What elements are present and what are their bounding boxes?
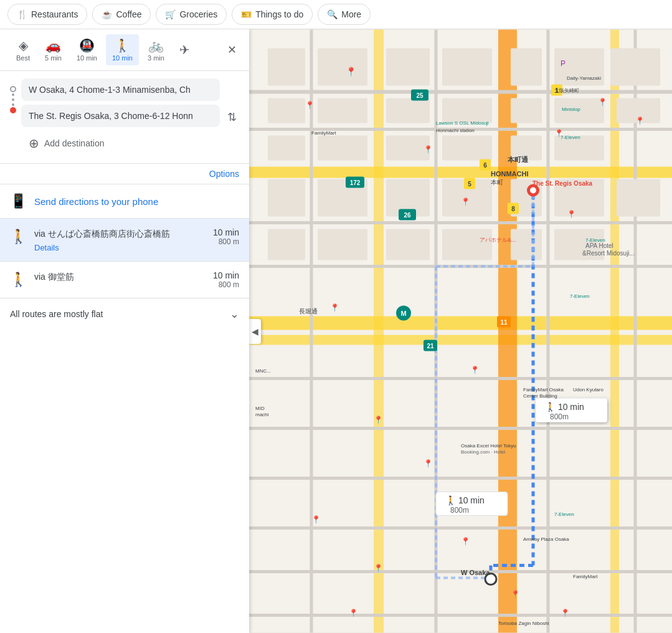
route-option-2[interactable]: 🚶 via 御堂筋 10 min 800 m xyxy=(0,262,249,298)
svg-text:📍: 📍 xyxy=(470,365,480,374)
best-icon: ◈ xyxy=(19,38,28,53)
svg-rect-32 xyxy=(442,98,492,123)
transport-plane[interactable]: ✈ xyxy=(173,39,196,61)
svg-rect-29 xyxy=(268,98,305,123)
svg-rect-39 xyxy=(442,136,492,161)
transport-walk[interactable]: 🚶 10 min xyxy=(106,34,139,65)
plane-icon: ✈ xyxy=(179,42,190,57)
swap-button[interactable]: ⇅ xyxy=(225,108,239,126)
svg-rect-49 xyxy=(268,229,305,260)
transport-best-label: Best xyxy=(16,54,30,62)
svg-text:The St. Regis Osaka: The St. Regis Osaka xyxy=(532,180,593,187)
svg-text:11: 11 xyxy=(500,319,508,326)
svg-rect-26 xyxy=(511,49,542,86)
svg-text:🚶 10 min: 🚶 10 min xyxy=(445,495,485,506)
route-option-1[interactable]: 🚶 via せんば心斎橋筋商店街心斎橋筋 Details 10 min 800 … xyxy=(0,219,249,262)
transport-car[interactable]: 🚗 5 min xyxy=(39,34,68,65)
svg-rect-28 xyxy=(610,49,660,86)
svg-text:Amway Plaza Osaka: Amway Plaza Osaka xyxy=(523,536,569,542)
main-content: ◈ Best 🚗 5 min 🚇 10 min 🚶 10 min 🚲 3 min… xyxy=(0,29,672,633)
transport-bike[interactable]: 🚲 3 min xyxy=(141,34,171,65)
destination-dot xyxy=(10,107,16,113)
add-destination-label: Add destination xyxy=(44,138,105,148)
svg-text:7-Eleven: 7-Eleven xyxy=(554,512,574,517)
search-icon: 🔍 xyxy=(327,9,338,19)
send-directions-label: Send directions to your phone xyxy=(34,196,158,207)
nav-pill-coffee[interactable]: ☕ Coffee xyxy=(92,4,151,25)
svg-text:8: 8 xyxy=(511,206,515,212)
route2-distance: 800 m xyxy=(213,280,239,289)
inputs-column: ⊕ Add destination xyxy=(21,79,220,156)
svg-rect-6 xyxy=(374,30,384,633)
svg-text:Booking.com · Hotel: Booking.com · Hotel xyxy=(461,449,506,455)
routes-flat-label: All routes are mostly flat xyxy=(10,309,103,319)
svg-text:本町: 本町 xyxy=(491,179,503,186)
nav-pill-more[interactable]: 🔍 More xyxy=(318,4,371,25)
svg-text:大阪矢崎町: 大阪矢崎町 xyxy=(554,88,579,93)
origin-dot xyxy=(10,86,16,92)
car-icon: 🚗 xyxy=(45,38,61,53)
routes-flat[interactable]: All routes are mostly flat ⌄ xyxy=(0,298,249,330)
route2-via: via 御堂筋 xyxy=(34,270,206,283)
send-directions[interactable]: 📱 Send directions to your phone xyxy=(0,184,249,219)
svg-text:Torisoba Zagin Niboshi: Torisoba Zagin Niboshi xyxy=(498,621,549,626)
route1-time: 10 min xyxy=(213,227,239,237)
transport-walk-label: 10 min xyxy=(112,54,133,62)
svg-text:Daily-Yamazaki: Daily-Yamazaki xyxy=(567,75,601,81)
map-area[interactable]: 本町通 長堀通 25 26 172 1 5 6 8 11 21 HONMACHI xyxy=(249,29,672,633)
svg-text:📍: 📍 xyxy=(598,97,607,107)
route2-info: via 御堂筋 xyxy=(34,270,206,283)
walk-icon: 🚶 xyxy=(115,38,130,53)
svg-text:🚶 10 min: 🚶 10 min xyxy=(545,402,584,412)
transport-best[interactable]: ◈ Best xyxy=(10,34,36,65)
options-bar: Options xyxy=(0,164,249,184)
options-link[interactable]: Options xyxy=(209,169,239,179)
route1-via: via せんば心斎橋筋商店街心斎橋筋 xyxy=(34,227,206,240)
nav-pill-groceries[interactable]: 🛒 Groceries xyxy=(156,4,227,25)
svg-text:📍: 📍 xyxy=(374,563,383,573)
svg-text:Udon Kyutaro: Udon Kyutaro xyxy=(573,387,603,393)
route1-info: via せんば心斎橋筋商店街心斎橋筋 Details xyxy=(34,227,206,252)
transport-transit[interactable]: 🚇 10 min xyxy=(70,34,103,65)
svg-text:MNC...: MNC... xyxy=(255,368,271,374)
route1-details-link[interactable]: Details xyxy=(34,243,206,252)
svg-text:172: 172 xyxy=(350,179,361,186)
chevron-down-icon: ⌄ xyxy=(230,307,239,321)
map-collapse-button[interactable]: ◀ xyxy=(249,319,261,344)
send-directions-icon: 📱 xyxy=(10,193,27,209)
add-destination[interactable]: ⊕ Add destination xyxy=(21,131,220,156)
close-button[interactable]: ✕ xyxy=(225,40,239,59)
svg-text:7-Eleven: 7-Eleven xyxy=(561,135,580,140)
svg-text:machi: machi xyxy=(255,412,269,417)
svg-rect-33 xyxy=(511,98,542,123)
svg-text:800m: 800m xyxy=(450,506,469,515)
route1-distance: 800 m xyxy=(213,237,239,246)
svg-rect-25 xyxy=(442,49,492,86)
svg-rect-48 xyxy=(617,179,660,217)
svg-text:📍: 📍 xyxy=(311,515,321,524)
svg-rect-51 xyxy=(386,229,430,260)
transport-bike-label: 3 min xyxy=(148,54,164,62)
svg-text:アパホテル&...: アパホテル&... xyxy=(480,237,516,243)
origin-input[interactable] xyxy=(21,79,220,101)
svg-text:M: M xyxy=(400,310,406,317)
svg-point-63 xyxy=(530,188,536,194)
svg-text:📍: 📍 xyxy=(349,608,358,617)
nav-pill-restaurants[interactable]: 🍴 Restaurants xyxy=(7,4,87,25)
route-inputs: ⊕ Add destination ⇅ xyxy=(0,71,249,164)
svg-text:25: 25 xyxy=(416,92,424,99)
svg-text:P: P xyxy=(561,59,566,68)
svg-text:FamilyMart: FamilyMart xyxy=(573,574,598,579)
svg-text:800m: 800m xyxy=(550,412,569,421)
coffee-icon: ☕ xyxy=(102,9,112,19)
transport-bar: ◈ Best 🚗 5 min 🚇 10 min 🚶 10 min 🚲 3 min… xyxy=(0,29,249,71)
svg-rect-22 xyxy=(268,49,305,86)
nav-pill-restaurants-label: Restaurants xyxy=(31,9,78,19)
destination-input[interactable] xyxy=(21,105,220,127)
svg-text:📍: 📍 xyxy=(424,459,433,468)
svg-rect-30 xyxy=(318,98,367,123)
svg-text:APA Hotel: APA Hotel xyxy=(585,242,613,249)
nav-pill-things-to-do[interactable]: 🎫 Things to do xyxy=(232,4,313,25)
nav-pill-groceries-label: Groceries xyxy=(179,9,217,19)
svg-text:Ministop: Ministop xyxy=(562,107,580,112)
